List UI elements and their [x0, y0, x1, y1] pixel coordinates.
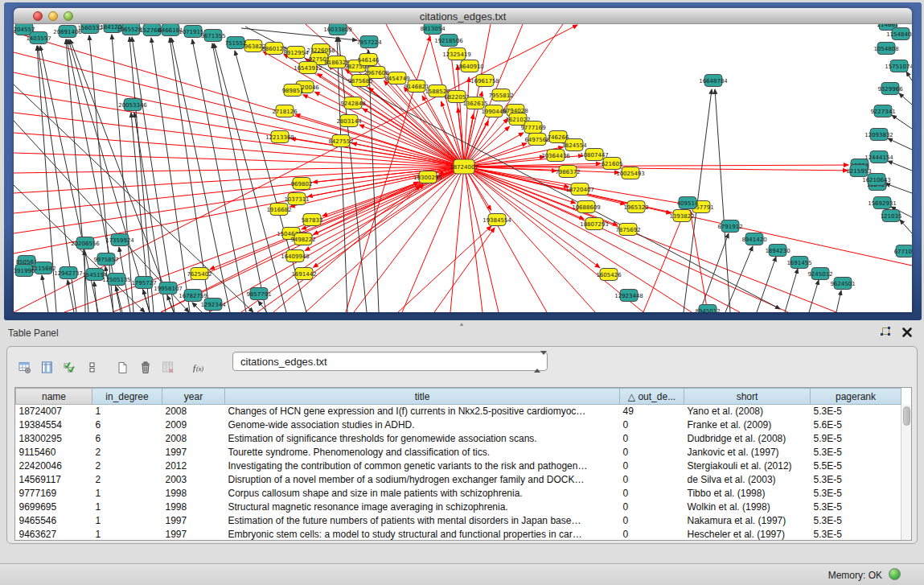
graph-node[interactable]: 1292344: [200, 299, 226, 311]
table-cell[interactable]: 0: [620, 418, 684, 432]
column-header-name[interactable]: name: [16, 389, 92, 405]
graph-node[interactable]: 546146: [358, 54, 380, 66]
table-scrollbar[interactable]: [901, 405, 911, 540]
table-cell[interactable]: Estimation of the future numbers of pati…: [225, 514, 620, 528]
table-row[interactable]: 911546021997Tourette syndrome. Phenomeno…: [16, 446, 901, 459]
table-cell[interactable]: 9465546: [16, 514, 92, 528]
table-cell[interactable]: Structural magnetic resonance image aver…: [225, 501, 620, 514]
table-cell[interactable]: 0: [620, 487, 684, 501]
table-cell[interactable]: 49: [620, 405, 684, 418]
table-scrollbar-thumb[interactable]: [903, 406, 910, 426]
graph-node[interactable]: 1115682: [31, 262, 55, 274]
column-header-out_de[interactable]: △ out_de...: [620, 389, 684, 405]
table-row[interactable]: 1938455462009Genome-wide association stu…: [16, 418, 901, 432]
table-cell[interactable]: Wolkin et al. (1998): [684, 501, 811, 514]
graph-node[interactable]: 12213369: [265, 131, 294, 143]
table-cell[interactable]: 1997: [162, 514, 225, 528]
graph-node[interactable]: 12923448: [614, 290, 643, 302]
table-row[interactable]: 2242004622012Investigating the contribut…: [16, 459, 901, 473]
table-cell[interactable]: 9777169: [16, 487, 92, 501]
table-cell[interactable]: 2008: [162, 432, 225, 446]
graph-node[interactable]: 2718126: [272, 105, 298, 117]
graph-node[interactable]: 751552: [225, 37, 247, 49]
table-cell[interactable]: 19384554: [16, 418, 92, 432]
table-cell[interactable]: 0: [620, 528, 684, 542]
delete-table-icon[interactable]: [136, 357, 155, 378]
graph-node[interactable]: 20364436: [541, 150, 570, 162]
table-row[interactable]: 946362711997Embryonic stem cells: a mode…: [16, 528, 901, 542]
table-cell[interactable]: Estimation of significance thresholds fo…: [225, 432, 620, 446]
table-cell[interactable]: Franke et al. (2009): [684, 418, 811, 432]
table-cell[interactable]: de Silva et al. (2003): [684, 473, 811, 487]
table-cell[interactable]: 6: [92, 418, 162, 432]
graph-node[interactable]: 1916682: [266, 204, 291, 216]
new-table-icon[interactable]: [113, 357, 133, 378]
table-row[interactable]: 977716911998Corpus callosum shape and si…: [16, 487, 901, 501]
graph-node[interactable]: 8215953: [846, 165, 871, 177]
graph-node[interactable]: 1605426: [596, 269, 622, 281]
table-cell[interactable]: Jankovic et al. (1997): [684, 446, 811, 459]
table-cell[interactable]: 5.6E-5: [811, 418, 901, 432]
graph-node[interactable]: 9777169: [520, 122, 545, 134]
table-cell[interactable]: 5.5E-5: [811, 459, 901, 473]
table-cell[interactable]: 22420046: [16, 459, 92, 473]
graph-node[interactable]: 1691455: [786, 257, 811, 269]
graph-node[interactable]: 16648784: [699, 75, 728, 87]
graph-node[interactable]: 10688609: [572, 201, 601, 213]
table-row[interactable]: 969969511998Structural magnetic resonanc…: [16, 501, 901, 514]
table-cell[interactable]: Disruption of a novel member of a sodium…: [225, 473, 620, 487]
table-cell[interactable]: 9115460: [16, 446, 92, 459]
table-cell[interactable]: 2009: [162, 418, 225, 432]
table-cell[interactable]: 0: [620, 446, 684, 459]
graph-node[interactable]: 1403557: [26, 32, 51, 44]
graph-node[interactable]: 7857224: [356, 36, 382, 48]
graph-node[interactable]: 7875692: [615, 224, 640, 236]
graph-node[interactable]: 16961758: [470, 75, 499, 87]
graph-node[interactable]: 9242848: [340, 97, 365, 109]
table-cell[interactable]: 5.3E-5: [811, 528, 901, 542]
table-cell[interactable]: 1: [92, 405, 162, 418]
graph-node[interactable]: 10025493: [616, 167, 645, 179]
table-cell[interactable]: 5.3E-5: [811, 446, 901, 459]
graph-node[interactable]: 1894230: [765, 245, 790, 257]
graph-node[interactable]: 6791912: [717, 220, 742, 233]
table-selector-dropdown[interactable]: citations_edges.txt: [232, 352, 548, 371]
graph-node[interactable]: 9875685: [347, 75, 372, 87]
table-cell[interactable]: 1997: [162, 446, 225, 459]
table-cell[interactable]: 1: [92, 514, 162, 528]
table-cell[interactable]: 18300295: [16, 432, 92, 446]
table-cell[interactable]: Genome-wide association studies in ADHD.: [225, 418, 620, 432]
table-cell[interactable]: Hescheler et al. (1997): [684, 528, 811, 542]
table-cell[interactable]: 0: [620, 514, 684, 528]
table-cell[interactable]: Tibbo et al. (1998): [684, 487, 811, 501]
graph-node[interactable]: 409514: [677, 197, 699, 209]
graph-node[interactable]: 15751074: [885, 60, 912, 72]
memory-status-led[interactable]: [889, 568, 901, 580]
column-header-pagerank[interactable]: pagerank: [811, 389, 901, 405]
table-cell[interactable]: 2012: [162, 459, 225, 473]
graph-node[interactable]: 8941420: [741, 233, 766, 245]
table-cell[interactable]: Stergiakouli et al. (2012): [684, 459, 811, 473]
graph-node[interactable]: 8427552: [328, 135, 353, 147]
table-cell[interactable]: 2008: [162, 405, 225, 418]
table-cell[interactable]: 0: [620, 473, 684, 487]
table-cell[interactable]: 1998: [162, 501, 225, 514]
table-cell[interactable]: 0: [620, 432, 684, 446]
table-cell[interactable]: 5.3E-5: [811, 405, 901, 418]
graph-node[interactable]: 18724007: [450, 159, 478, 174]
table-cell[interactable]: Tourette syndrome. Phenomenology and cla…: [225, 446, 620, 459]
graph-node[interactable]: 7955812: [488, 89, 513, 101]
graph-node[interactable]: 19384554: [483, 214, 511, 226]
table-cell[interactable]: 9463627: [16, 528, 92, 542]
graph-node[interactable]: 3824554: [561, 139, 587, 151]
graph-node[interactable]: 18807293: [580, 218, 609, 230]
graph-node[interactable]: 20206556: [71, 237, 100, 249]
table-row[interactable]: 1872400712008Changes of HCN gene express…: [16, 405, 901, 418]
graph-node[interactable]: 989851: [282, 84, 304, 97]
show-column-icon[interactable]: [38, 357, 57, 378]
graph-node[interactable]: 677109: [894, 245, 912, 257]
graph-node[interactable]: 7625402: [187, 268, 211, 280]
table-cell[interactable]: 2: [92, 459, 162, 473]
table-cell[interactable]: 9699695: [16, 501, 92, 514]
table-cell[interactable]: 2: [92, 473, 162, 487]
